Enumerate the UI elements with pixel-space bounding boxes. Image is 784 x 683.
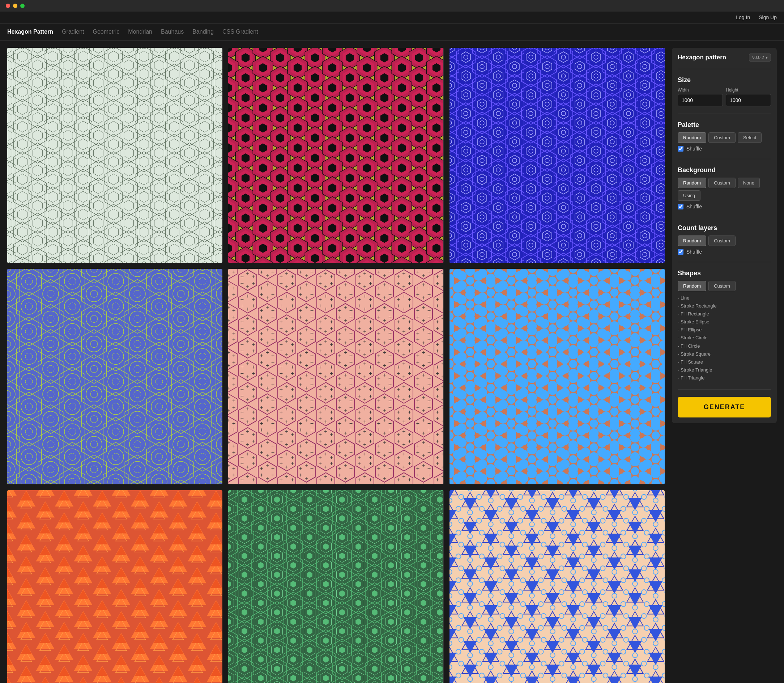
shape-stroke-ellipse: - Stroke Ellipse	[678, 318, 771, 326]
shape-stroke-circle: - Stroke Circle	[678, 334, 771, 342]
pattern-canvas-9	[450, 490, 665, 683]
background-btn-group: Random Custom None Using	[678, 178, 771, 201]
tab-css-gradient[interactable]: CSS Gradient	[222, 27, 258, 37]
count-layers-section: Count layers Random Custom Shuffle	[678, 224, 771, 255]
shape-fill-circle: - Fill Circle	[678, 342, 771, 350]
background-section: Background Random Custom None Using Shuf…	[678, 167, 771, 210]
pattern-canvas-8	[228, 490, 443, 683]
gallery-item-3[interactable]	[450, 48, 665, 263]
pattern-canvas-6	[450, 269, 665, 484]
dot-green[interactable]	[20, 3, 25, 8]
login-link[interactable]: Log In	[736, 14, 750, 20]
shapes-custom-btn[interactable]: Custom	[709, 281, 736, 291]
background-shuffle-row: Shuffle	[678, 204, 771, 210]
tab-geometric[interactable]: Geometric	[93, 27, 120, 37]
shape-stroke-square: - Stroke Square	[678, 350, 771, 358]
dot-red[interactable]	[6, 3, 10, 8]
palette-select-btn[interactable]: Select	[738, 132, 762, 143]
pattern-canvas-5	[228, 269, 443, 484]
palette-shuffle-row: Shuffle	[678, 146, 771, 152]
main-content: Hexagon pattern v0.0.2 Size Width Height	[0, 40, 784, 683]
count-shuffle-checkbox[interactable]	[678, 249, 683, 255]
background-none-btn[interactable]: None	[738, 178, 760, 188]
shape-fill-ellipse: - Fill Ellipse	[678, 326, 771, 334]
shapes-label: Shapes	[678, 269, 771, 277]
gallery-item-1[interactable]	[7, 48, 222, 263]
pattern-canvas-1	[7, 48, 222, 263]
signup-link[interactable]: Sign Up	[759, 14, 777, 20]
size-row: Width Height	[678, 88, 771, 106]
shape-fill-square: - Fill Square	[678, 358, 771, 366]
background-random-btn[interactable]: Random	[678, 178, 706, 188]
size-label: Size	[678, 76, 771, 84]
width-col: Width	[678, 88, 723, 106]
background-custom-btn[interactable]: Custom	[709, 178, 736, 188]
divider-1	[678, 69, 771, 69]
tab-mondrian[interactable]: Mondrian	[128, 27, 152, 37]
size-section: Size Width Height	[678, 76, 771, 106]
shapes-random-btn[interactable]: Random	[678, 281, 706, 291]
shape-fill-rect: - Fill Rectangle	[678, 310, 771, 318]
divider-2	[678, 114, 771, 114]
gallery-item-7[interactable]	[7, 490, 222, 683]
palette-label: Palette	[678, 121, 771, 129]
height-label: Height	[726, 88, 771, 93]
shape-stroke-rect: - Stroke Rectangle	[678, 302, 771, 310]
shape-stroke-triangle: - Stroke Triangle	[678, 366, 771, 374]
generate-button[interactable]: GENERATE	[678, 397, 771, 417]
background-label: Background	[678, 167, 771, 174]
palette-custom-btn[interactable]: Custom	[709, 132, 736, 143]
gallery-item-2[interactable]	[228, 48, 443, 263]
palette-random-btn[interactable]: Random	[678, 132, 706, 143]
shape-line: - Line	[678, 294, 771, 302]
count-layers-label: Count layers	[678, 224, 771, 232]
tab-gradient[interactable]: Gradient	[62, 27, 84, 37]
titlebar	[0, 0, 784, 11]
pattern-canvas-4	[7, 269, 222, 484]
count-custom-btn[interactable]: Custom	[709, 236, 736, 246]
version-badge[interactable]: v0.0.2	[749, 53, 771, 61]
chevron-down-icon	[766, 55, 768, 60]
palette-shuffle-checkbox[interactable]	[678, 146, 683, 152]
shape-fill-triangle: - Fill Triangle	[678, 374, 771, 382]
tab-hexagon-pattern[interactable]: Hexagon Pattern	[7, 27, 53, 37]
dot-yellow[interactable]	[13, 3, 18, 8]
tab-bauhaus[interactable]: Bauhaus	[161, 27, 184, 37]
divider-6	[678, 389, 771, 390]
count-layers-btn-group: Random Custom	[678, 236, 771, 246]
palette-section: Palette Random Custom Select Shuffle	[678, 121, 771, 152]
sidebar: Hexagon pattern v0.0.2 Size Width Height	[672, 48, 777, 423]
shapes-section: Shapes Random Custom - Line - Stroke Rec…	[678, 269, 771, 382]
divider-5	[678, 262, 771, 262]
pattern-canvas-2	[228, 48, 443, 263]
count-shuffle-label: Shuffle	[686, 249, 702, 255]
shapes-list: - Line - Stroke Rectangle - Fill Rectang…	[678, 294, 771, 382]
sidebar-title: Hexagon pattern	[678, 54, 726, 61]
gallery-item-8[interactable]	[228, 490, 443, 683]
pattern-canvas-7	[7, 490, 222, 683]
sidebar-header: Hexagon pattern v0.0.2	[678, 53, 771, 61]
height-input[interactable]	[726, 94, 771, 106]
shapes-btn-group: Random Custom	[678, 281, 771, 291]
background-shuffle-label: Shuffle	[686, 204, 702, 210]
gallery	[7, 48, 665, 683]
tab-banding[interactable]: Banding	[192, 27, 214, 37]
background-shuffle-checkbox[interactable]	[678, 204, 683, 210]
count-shuffle-row: Shuffle	[678, 249, 771, 255]
palette-btn-group: Random Custom Select	[678, 132, 771, 143]
topnav: Log In Sign Up	[0, 11, 784, 24]
gallery-item-4[interactable]	[7, 269, 222, 484]
height-col: Height	[726, 88, 771, 106]
gallery-item-9[interactable]	[450, 490, 665, 683]
pattern-canvas-3	[450, 48, 665, 263]
count-random-btn[interactable]: Random	[678, 236, 706, 246]
version-text: v0.0.2	[752, 55, 764, 60]
gallery-item-6[interactable]	[450, 269, 665, 484]
background-using-btn[interactable]: Using	[678, 190, 701, 201]
width-input[interactable]	[678, 94, 723, 106]
gallery-item-5[interactable]	[228, 269, 443, 484]
topnav-links: Log In Sign Up	[736, 14, 777, 20]
palette-shuffle-label: Shuffle	[686, 146, 702, 152]
divider-3	[678, 159, 771, 159]
width-label: Width	[678, 88, 723, 93]
